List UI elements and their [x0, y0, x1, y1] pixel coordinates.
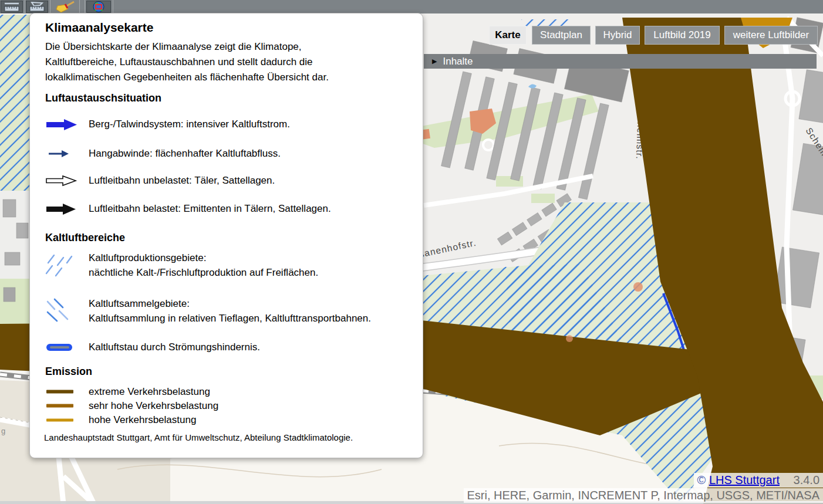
map-attribution: © LHS Stuttgart 3.4.0 Esri, HERE, Garmin… — [464, 473, 823, 503]
arrow-outline-icon — [45, 174, 78, 187]
copyright-symbol: © — [697, 473, 706, 486]
legend-item: extreme Verkehrsbelastung — [45, 384, 210, 399]
version-label: 3.4.0 — [794, 473, 819, 486]
arrow-black-icon — [45, 202, 78, 215]
legend-item-label: hohe Verkehrsbelastung — [89, 412, 196, 427]
contents-panel-toggle[interactable]: ▶ Inhalte — [424, 54, 817, 69]
lhs-stuttgart-link[interactable]: LHS Stuttgart — [709, 473, 780, 486]
legend-section-heading: Kaltluftbereiche — [45, 232, 125, 244]
overview-globe-icon — [90, 1, 107, 13]
legend-item: Kaltluftsammelgebiete: Kaltluftsammlung … — [45, 296, 371, 326]
legend-item: hohe Verkehrsbelastung — [45, 412, 196, 427]
tab-weitere-luftbilder[interactable]: weitere Luftbilder — [724, 26, 818, 45]
map-toolbar — [0, 0, 823, 13]
street-label-g: g — [1, 427, 5, 435]
full-extent-button[interactable] — [86, 1, 111, 13]
legend-item: Hangabwinde: flächenhafter Kaltluftabflu… — [45, 146, 281, 161]
legend-item-label: Luftleitbahn belastet: Emittenten in Täl… — [89, 201, 331, 216]
hatch-blue-icon — [45, 298, 78, 324]
legend-item-label: sehr hohe Verkehrsbelastung — [89, 398, 218, 413]
legend-item-label: Kaltluftstau durch Strömungshindernis. — [89, 340, 260, 354]
tab-karte[interactable]: Karte — [489, 26, 527, 45]
legend-description: Die Übersichtskarte der Klimaanalyse zei… — [45, 39, 365, 85]
legend-item: Kaltluftstau durch Strömungshindernis. — [45, 340, 260, 354]
legend-item-label: Kaltluftsammelgebiete: Kaltluftsammlung … — [89, 296, 371, 326]
chevron-right-icon: ▶ — [432, 57, 437, 65]
clear-measurements-button[interactable] — [52, 1, 77, 13]
line-dark-brown-icon — [45, 389, 76, 394]
legend-section-heading: Luftaustauschsituation — [45, 92, 161, 104]
blue-pill-icon — [45, 342, 78, 353]
measure-area-icon — [28, 1, 46, 12]
arrow-blue-icon — [45, 118, 78, 131]
legend-item: Luftleitbahn unbelastet: Täler, Sattella… — [45, 173, 275, 188]
attribution-sources: Esri, HERE, Garmin, INCREMENT P, Interma… — [464, 488, 823, 503]
legend-item: Luftleitbahn belastet: Emittenten in Täl… — [45, 201, 331, 216]
legend-item: Kaltluftproduktionsgebiete: nächtliche K… — [45, 251, 318, 280]
line-brown-icon — [45, 403, 76, 408]
clear-broom-icon — [53, 1, 76, 13]
legend-title: Klimaanalysekarte — [45, 21, 153, 35]
attribution-line-1: © LHS Stuttgart 3.4.0 — [694, 473, 823, 488]
legend-item-label: Luftleitbahn unbelastet: Täler, Sattella… — [89, 173, 275, 188]
measure-distance-button[interactable] — [1, 1, 23, 13]
measure-area-button[interactable] — [26, 1, 48, 13]
legend-item: sehr hohe Verkehrsbelastung — [45, 398, 218, 413]
measure-distance-icon — [3, 1, 21, 12]
legend-item-label: Berg-/Talwindsystem: intensiver Kaltluft… — [89, 117, 290, 131]
tab-luftbild-2019[interactable]: Luftbild 2019 — [645, 26, 720, 45]
line-gold-icon — [45, 418, 76, 422]
legend-item-label: Hangabwinde: flächenhafter Kaltluftabflu… — [89, 146, 281, 161]
tab-stadtplan[interactable]: Stadtplan — [532, 26, 591, 45]
legend-item-label: extreme Verkehrsbelastung — [89, 384, 210, 399]
legend-section-heading: Emission — [45, 366, 92, 378]
arrow-navy-small-icon — [45, 149, 78, 158]
hatch-light-blue-icon — [45, 252, 78, 278]
tab-hybrid[interactable]: Hybrid — [595, 26, 640, 45]
legend-panel: Klimaanalysekarte Die Übersichtskarte de… — [29, 13, 423, 458]
legend-item-label: Kaltluftproduktionsgebiete: nächtliche K… — [89, 251, 318, 280]
legend-footer: Landeshauptstadt Stuttgart, Amt für Umwe… — [44, 432, 353, 442]
contents-bar-label: Inhalte — [443, 56, 473, 67]
legend-item: Berg-/Talwindsystem: intensiver Kaltluft… — [45, 117, 290, 131]
app-window: asanenhofstr. heimstr. g Schelm — [0, 0, 823, 504]
